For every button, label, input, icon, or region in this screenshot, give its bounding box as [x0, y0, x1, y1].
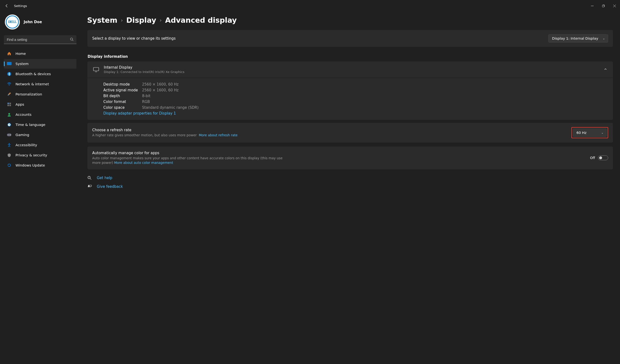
nav-item-accounts[interactable]: Accounts — [4, 110, 77, 119]
accessibility-icon — [7, 143, 12, 147]
nav-item-apps[interactable]: Apps — [4, 100, 77, 109]
give-feedback-label: Give feedback — [97, 184, 123, 189]
nav-label: System — [16, 62, 29, 66]
nav-label: Privacy & security — [16, 153, 47, 157]
search-input[interactable] — [4, 35, 77, 44]
svg-rect-23 — [90, 185, 92, 186]
info-value: 2560 × 1600, 60 Hz — [142, 88, 179, 92]
search-icon — [70, 37, 74, 42]
nav-label: Personalization — [16, 92, 42, 96]
auto-color-card: Automatically manage color for apps Auto… — [87, 146, 613, 170]
refresh-rate-value: 60 Hz — [576, 131, 587, 135]
display-info-card: Internal Display Display 1: Connected to… — [87, 61, 613, 120]
chevron-down-icon: ⌄ — [601, 131, 604, 134]
nav-label: Home — [16, 52, 26, 56]
avatar-logo: DELL — [6, 15, 19, 29]
user-name: John Doe — [24, 20, 42, 24]
nav-item-update[interactable]: Windows Update — [4, 160, 77, 170]
display-adapter-properties-link[interactable]: Display adapter properties for Display 1 — [103, 111, 176, 116]
display-selector-dropdown[interactable]: Display 1: Internal Display ⌄ — [548, 34, 608, 43]
network-icon — [7, 82, 12, 87]
personalization-icon — [7, 92, 12, 97]
nav-label: Accounts — [16, 113, 31, 116]
nav: Home System Bluetooth & devices Network … — [4, 49, 77, 170]
titlebar: Settings — [0, 0, 620, 12]
apps-icon — [7, 102, 12, 107]
info-row-signal-mode: Active signal mode 2560 × 1600, 60 Hz — [103, 88, 607, 92]
avatar: DELL — [5, 15, 20, 29]
auto-color-title: Automatically manage color for apps — [92, 151, 585, 155]
info-label: Bit depth — [103, 94, 142, 98]
give-feedback-link[interactable]: Give feedback — [87, 184, 613, 189]
chevron-right-icon: › — [159, 17, 162, 23]
main-content: System › Display › Advanced display Sele… — [80, 12, 620, 364]
svg-rect-3 — [7, 62, 11, 65]
svg-rect-10 — [9, 105, 11, 106]
more-about-refresh-rate-link[interactable]: More about refresh rate — [199, 133, 237, 137]
refresh-rate-dropdown[interactable]: 60 Hz ⌄ — [573, 129, 607, 137]
refresh-rate-title: Choose a refresh rate — [92, 128, 567, 132]
get-help-link[interactable]: ? Get help — [87, 175, 613, 180]
display-selector-value: Display 1: Internal Display — [552, 36, 598, 40]
monitor-icon — [93, 67, 99, 73]
info-row-desktop-mode: Desktop mode 2560 × 1600, 60 Hz — [103, 82, 607, 87]
svg-point-2 — [70, 38, 73, 40]
nav-item-time[interactable]: Time & language — [4, 120, 77, 130]
nav-item-home[interactable]: Home — [4, 49, 77, 58]
refresh-rate-card: Choose a refresh rate A higher rate give… — [87, 123, 613, 143]
feedback-icon — [87, 184, 92, 189]
svg-rect-14 — [7, 134, 11, 136]
nav-label: Time & language — [16, 123, 46, 127]
display-info-title: Internal Display — [104, 65, 185, 70]
more-about-auto-color-link[interactable]: More about auto color management — [114, 161, 173, 165]
info-label: Color format — [103, 100, 142, 104]
close-button[interactable] — [609, 0, 620, 12]
nav-item-accessibility[interactable]: Accessibility — [4, 140, 77, 150]
update-icon — [7, 163, 12, 168]
maximize-button[interactable] — [598, 0, 609, 12]
svg-point-6 — [9, 85, 10, 86]
chevron-up-icon — [604, 67, 607, 72]
minimize-button[interactable] — [587, 0, 598, 12]
nav-label: Gaming — [16, 133, 29, 137]
svg-rect-9 — [7, 105, 9, 106]
bluetooth-icon — [7, 72, 12, 76]
info-label: Color space — [103, 105, 142, 110]
breadcrumb-display[interactable]: Display — [126, 16, 156, 24]
nav-item-personalization[interactable]: Personalization — [4, 89, 77, 99]
nav-item-system[interactable]: System — [4, 59, 77, 69]
nav-item-privacy[interactable]: Privacy & security — [4, 150, 77, 160]
nav-item-gaming[interactable]: Gaming — [4, 130, 77, 140]
nav-label: Accessibility — [16, 143, 37, 147]
window-title: Settings — [14, 4, 27, 8]
svg-point-22 — [88, 185, 89, 186]
info-row-color-space: Color space Standard dynamic range (SDR) — [103, 105, 607, 110]
sidebar: DELL John Doe Home System Bluetooth & de… — [0, 12, 80, 364]
auto-color-toggle-label: Off — [590, 156, 595, 160]
nav-item-network[interactable]: Network & internet — [4, 79, 77, 89]
svg-rect-8 — [9, 103, 11, 104]
search-box — [4, 35, 77, 44]
display-info-header[interactable]: Internal Display Display 1: Connected to… — [87, 61, 613, 78]
display-information-heading: Display information — [88, 54, 613, 59]
back-button[interactable] — [5, 4, 9, 8]
privacy-icon — [7, 153, 12, 158]
info-value: Standard dynamic range (SDR) — [142, 105, 199, 110]
get-help-label: Get help — [97, 176, 112, 180]
svg-point-16 — [10, 134, 11, 135]
info-value: RGB — [142, 100, 150, 104]
display-info-subtitle: Display 1: Connected to Intel(R) Iris(R)… — [104, 70, 185, 74]
refresh-rate-subtitle: A higher rate gives smoother motion, but… — [92, 133, 291, 138]
auto-color-subtitle: Auto color management makes sure your ap… — [92, 156, 291, 165]
nav-item-bluetooth[interactable]: Bluetooth & devices — [4, 69, 77, 79]
nav-label: Bluetooth & devices — [16, 72, 51, 76]
auto-color-toggle[interactable] — [598, 155, 608, 160]
breadcrumb-system[interactable]: System — [87, 16, 117, 24]
info-row-bit-depth: Bit depth 8-bit — [103, 94, 607, 98]
gaming-icon — [7, 132, 12, 137]
info-label: Active signal mode — [103, 88, 142, 92]
home-icon — [7, 51, 12, 56]
svg-point-11 — [8, 113, 10, 115]
chevron-right-icon: › — [121, 17, 123, 23]
user-profile[interactable]: DELL John Doe — [4, 15, 77, 29]
